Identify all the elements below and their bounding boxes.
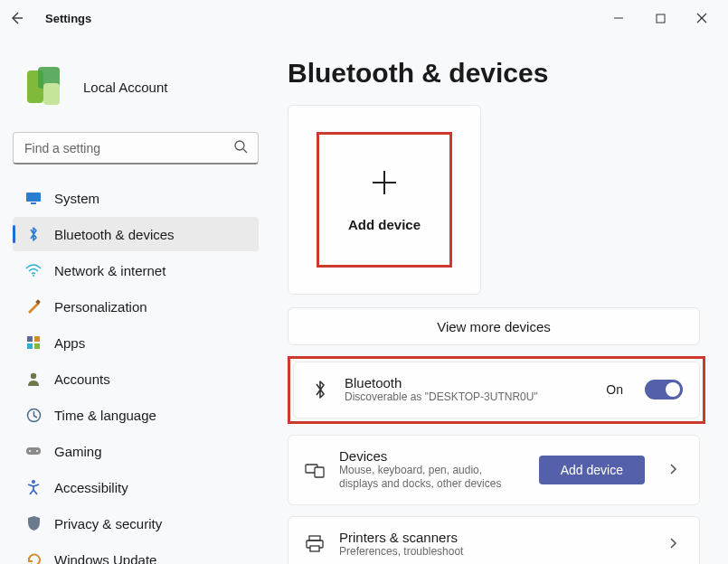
svg-point-17	[36, 450, 38, 452]
shield-icon	[25, 515, 42, 531]
clock-globe-icon	[25, 407, 42, 423]
nav-privacy-security[interactable]: Privacy & security	[13, 506, 259, 540]
nav-apps[interactable]: Apps	[13, 325, 259, 360]
account-name: Local Account	[83, 80, 167, 95]
search-container	[13, 132, 259, 164]
printers-card[interactable]: Printers & scanners Preferences, trouble…	[288, 516, 700, 564]
add-device-tile: Add device	[288, 105, 481, 295]
nav-accounts[interactable]: Accounts	[13, 362, 259, 396]
nav-label: Gaming	[54, 444, 102, 459]
maximize-icon	[656, 14, 666, 24]
monitor-icon	[25, 190, 42, 206]
bluetooth-icon	[310, 380, 330, 400]
nav-accessibility[interactable]: Accessibility	[13, 470, 259, 504]
sidebar: Local Account System Bluetooth & devices…	[0, 36, 271, 564]
back-button[interactable]	[5, 7, 27, 29]
devices-title: Devices	[339, 448, 525, 464]
svg-rect-11	[27, 343, 33, 349]
add-device-button[interactable]: Add device	[317, 132, 452, 268]
bluetooth-subtitle: Discoverable as "DESKTOP-3UTNR0U"	[345, 390, 544, 405]
svg-rect-5	[26, 193, 41, 202]
wifi-icon	[25, 262, 42, 278]
nav-label: Personalization	[54, 299, 147, 315]
paintbrush-icon	[25, 298, 42, 315]
devices-card[interactable]: Devices Mouse, keyboard, pen, audio, dis…	[288, 435, 700, 505]
apps-icon	[25, 334, 42, 351]
nav-label: Network & internet	[54, 263, 165, 278]
maximize-button[interactable]	[639, 5, 681, 32]
devices-subtitle: Mouse, keyboard, pen, audio, displays an…	[339, 464, 525, 492]
avatar-logo-icon	[18, 61, 69, 112]
nav-label: System	[54, 191, 99, 206]
nav-label: Bluetooth & devices	[54, 227, 175, 242]
printers-title: Printers & scanners	[339, 530, 654, 545]
minimize-button[interactable]	[598, 5, 639, 32]
nav-windows-update[interactable]: Windows Update	[13, 542, 259, 564]
bluetooth-toggle[interactable]	[645, 380, 683, 400]
nav-label: Windows Update	[54, 552, 156, 565]
svg-point-13	[31, 373, 36, 379]
nav-label: Accounts	[54, 371, 110, 387]
view-more-devices-button[interactable]: View more devices	[288, 307, 700, 345]
svg-point-16	[29, 450, 31, 452]
minimize-icon	[613, 13, 624, 24]
svg-rect-6	[31, 202, 36, 204]
svg-point-7	[33, 275, 34, 277]
search-input[interactable]	[13, 132, 259, 164]
nav-time-language[interactable]: Time & language	[13, 398, 259, 432]
titlebar: Settings	[0, 0, 728, 36]
nav-bluetooth-devices[interactable]: Bluetooth & devices	[13, 217, 259, 251]
nav-gaming[interactable]: Gaming	[13, 434, 259, 468]
bluetooth-icon	[25, 226, 42, 242]
svg-point-18	[32, 480, 35, 484]
page-title: Bluetooth & devices	[288, 58, 712, 89]
nav-personalization[interactable]: Personalization	[13, 289, 259, 324]
svg-point-4	[235, 141, 244, 150]
printer-icon	[305, 534, 325, 554]
bluetooth-card[interactable]: Bluetooth Discoverable as "DESKTOP-3UTNR…	[293, 362, 700, 418]
svg-rect-8	[35, 299, 41, 305]
svg-rect-0	[657, 14, 665, 23]
view-more-label: View more devices	[437, 319, 551, 334]
chevron-right-icon	[668, 537, 683, 551]
plus-icon	[369, 167, 400, 204]
nav-system[interactable]: System	[13, 181, 259, 215]
devices-add-button[interactable]: Add device	[539, 456, 645, 484]
avatar	[18, 61, 69, 112]
window-title: Settings	[45, 12, 91, 25]
svg-rect-20	[315, 467, 324, 477]
close-icon	[696, 13, 707, 24]
bluetooth-title: Bluetooth	[345, 375, 591, 390]
bluetooth-state-label: On	[606, 382, 623, 397]
nav-list: System Bluetooth & devices Network & int…	[13, 181, 259, 564]
svg-rect-21	[309, 536, 320, 540]
search-icon	[233, 139, 250, 155]
main-content: Bluetooth & devices Add device View more…	[271, 36, 728, 564]
arrow-left-icon	[9, 11, 24, 25]
chevron-right-icon	[668, 463, 683, 477]
person-icon	[25, 371, 42, 387]
nav-label: Privacy & security	[54, 516, 162, 531]
svg-rect-9	[27, 336, 33, 342]
profile-block[interactable]: Local Account	[13, 61, 259, 112]
nav-label: Time & language	[54, 408, 156, 423]
nav-network[interactable]: Network & internet	[13, 253, 259, 287]
nav-label: Apps	[54, 335, 85, 351]
svg-rect-15	[26, 447, 41, 455]
close-button[interactable]	[681, 5, 723, 32]
printers-subtitle: Preferences, troubleshoot	[339, 545, 538, 559]
gamepad-icon	[25, 443, 42, 459]
nav-label: Accessibility	[54, 480, 128, 495]
svg-rect-10	[34, 336, 40, 342]
add-device-label: Add device	[348, 217, 421, 232]
accessibility-icon	[25, 479, 42, 495]
svg-rect-3	[43, 83, 60, 105]
svg-rect-23	[310, 546, 319, 551]
svg-rect-12	[34, 343, 40, 349]
update-icon	[25, 551, 42, 564]
bluetooth-card-highlight: Bluetooth Discoverable as "DESKTOP-3UTNR…	[288, 356, 705, 424]
devices-icon	[305, 460, 325, 480]
